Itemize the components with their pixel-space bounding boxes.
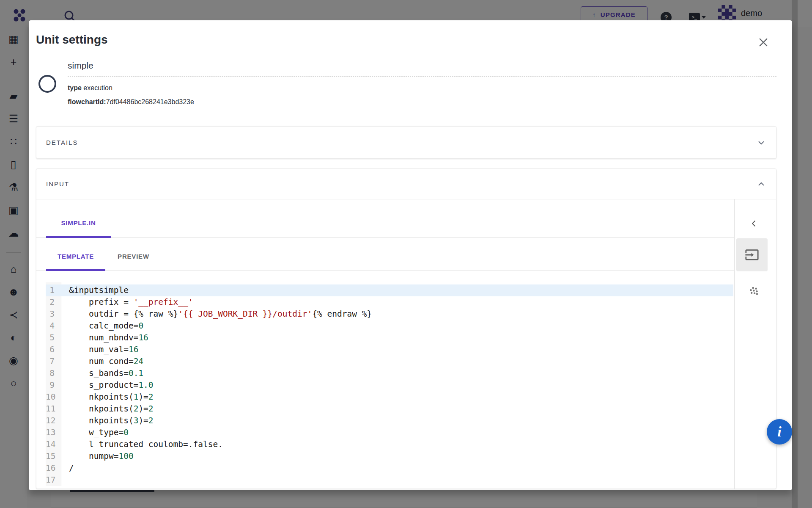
modal-title: Unit settings (36, 33, 108, 47)
details-label: DETAILS (46, 139, 78, 146)
code-line: 1&inputsimple (46, 284, 733, 296)
editor-tab-indicator (46, 269, 105, 271)
code-text: w_type=0 (58, 427, 129, 439)
code-text: l_truncated_coulomb=.false. (58, 439, 223, 450)
editor-lines: 1&inputsimple2 prefix = '__prefix__'3 ou… (46, 284, 733, 486)
input-icon (745, 248, 759, 262)
unit-name: simple (68, 61, 776, 76)
editor-tabbar: TEMPLATE PREVIEW (36, 242, 734, 271)
code-line: 11 nkpoints(2)=2 (46, 403, 733, 415)
line-number: 7 (46, 356, 58, 367)
code-text: nkpoints(3)=2 (58, 415, 154, 427)
unit-type-row: type execution (68, 84, 776, 92)
line-number: 16 (46, 462, 58, 474)
code-line: 10 nkpoints(1)=2 (46, 391, 733, 403)
code-line: 12 nkpoints(3)=2 (46, 415, 733, 427)
code-line: 4 calc_mode=0 (46, 320, 733, 332)
line-number: 13 (46, 427, 58, 439)
line-number: 10 (46, 391, 58, 403)
code-text (58, 474, 69, 486)
code-text: s_product=1.0 (58, 379, 154, 391)
line-number: 1 (46, 284, 58, 296)
code-editor[interactable]: 1&inputsimple2 prefix = '__prefix__'3 ou… (46, 282, 733, 486)
tab-preview[interactable]: PREVIEW (116, 242, 151, 271)
input-accordion: INPUT SIMPLE.IN TEMPLATE PREVIEW 1&input… (36, 168, 776, 489)
line-number: 14 (46, 439, 58, 450)
tab-template[interactable]: TEMPLATE (46, 242, 105, 271)
code-text: numpw=100 (58, 450, 134, 462)
code-line: 17 (46, 474, 733, 486)
code-line: 3 outdir = {% raw %}'{{ JOB_WORK_DIR }}/… (46, 308, 733, 320)
code-line: 9 s_product=1.0 (46, 379, 733, 391)
code-text: / (58, 462, 74, 474)
code-line: 8 s_bands=0.1 (46, 367, 733, 379)
close-button[interactable] (755, 34, 772, 51)
grain-dots-icon (748, 285, 760, 297)
unit-settings-modal: Unit settings simple type execution flow… (29, 20, 792, 490)
dashed-divider (68, 76, 776, 77)
line-number: 15 (46, 450, 58, 462)
code-text: s_bands=0.1 (58, 367, 143, 379)
line-number: 11 (46, 403, 58, 415)
code-line: 14 l_truncated_coulomb=.false. (46, 439, 733, 450)
line-number: 6 (46, 344, 58, 356)
code-line: 13 w_type=0 (46, 427, 733, 439)
code-line: 2 prefix = '__prefix__' (46, 296, 733, 308)
code-text: num_cond=24 (58, 356, 143, 367)
code-text: &inputsimple (58, 284, 129, 296)
line-number: 4 (46, 320, 58, 332)
close-icon (757, 36, 769, 48)
line-number: 9 (46, 379, 58, 391)
code-text: num_val=16 (58, 344, 138, 356)
info-fab[interactable]: i (767, 419, 792, 444)
file-tab-indicator (46, 236, 111, 238)
info-icon: i (777, 424, 781, 439)
chevron-down-icon (756, 137, 767, 148)
unit-shape-icon (38, 75, 56, 93)
code-text: calc_mode=0 (58, 320, 143, 332)
code-text: outdir = {% raw %}'{{ JOB_WORK_DIR }}/ou… (58, 308, 372, 320)
line-number: 12 (46, 415, 58, 427)
code-text: prefix = '__prefix__' (58, 296, 193, 308)
details-accordion-header[interactable]: DETAILS (36, 127, 776, 158)
code-text: num_nbndv=16 (58, 332, 148, 344)
line-number: 2 (46, 296, 58, 308)
unit-flowchart-row: flowchartId:7df04486bc268241e3bd323e (68, 98, 776, 106)
line-number: 8 (46, 367, 58, 379)
grain-view-button[interactable] (746, 282, 763, 299)
input-accordion-header[interactable]: INPUT (36, 169, 776, 199)
collapse-panel-button[interactable] (746, 215, 763, 232)
line-number: 17 (46, 474, 58, 486)
code-line: 15 numpw=100 (46, 450, 733, 462)
chevron-left-icon (749, 218, 759, 229)
chevron-up-icon (756, 179, 767, 190)
line-number: 3 (46, 308, 58, 320)
rail-divider (734, 199, 735, 489)
code-line: 7 num_cond=24 (46, 356, 733, 367)
line-number: 5 (46, 332, 58, 344)
code-text: nkpoints(1)=2 (58, 391, 154, 403)
code-text: nkpoints(2)=2 (58, 403, 154, 415)
input-label: INPUT (46, 180, 69, 188)
input-view-button[interactable] (736, 238, 768, 271)
tab-simple-in[interactable]: SIMPLE.IN (46, 208, 111, 237)
code-line: 16/ (46, 462, 733, 474)
details-accordion: DETAILS (36, 126, 776, 159)
code-line: 5 num_nbndv=16 (46, 332, 733, 344)
file-tabbar: SIMPLE.IN (36, 208, 734, 238)
code-line: 6 num_val=16 (46, 344, 733, 356)
